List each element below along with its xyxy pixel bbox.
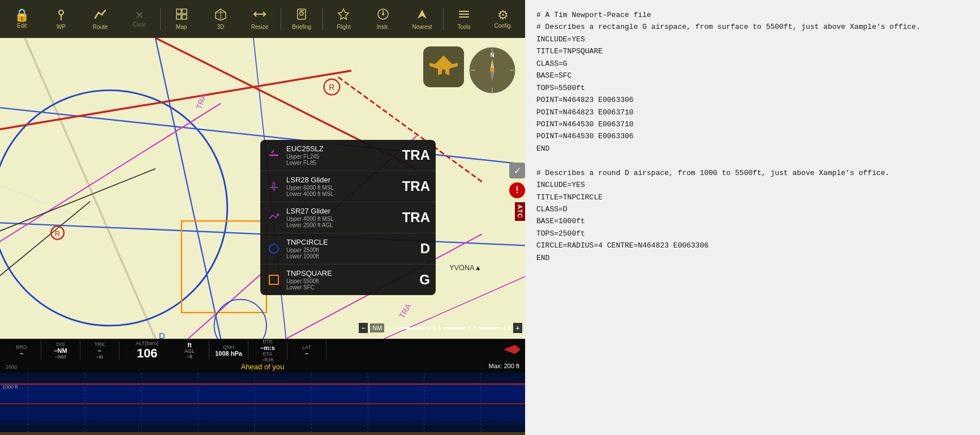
- lsr28-alt: Upper 6000 ft MSL Lower 4000 ft MSL: [286, 185, 399, 197]
- svg-text:1000 ft: 1000 ft: [2, 384, 18, 390]
- lsr27-alt: Upper 4000 ft MSL Lower 2000 ft AGL: [286, 216, 399, 228]
- toolbar-briefing[interactable]: Briefing: [282, 0, 321, 38]
- lsr28-name: LSR28 Glider: [286, 176, 399, 184]
- atc-tab[interactable]: ATC: [515, 202, 525, 221]
- tnpcircle-class: D: [399, 241, 430, 257]
- toolbar-edit[interactable]: 🔒 Edit: [2, 0, 41, 38]
- toolbar-map[interactable]: Map: [162, 0, 201, 38]
- tnpcircle-info: TNPCIRCLE Upper 2500ft Lower 1000ft: [286, 238, 399, 259]
- scale-minus[interactable]: −: [359, 323, 368, 333]
- alt-ft-val: –ft: [187, 354, 192, 360]
- ete-value: –m:s: [260, 344, 275, 351]
- alt-value: 106: [137, 346, 158, 361]
- tnpsquare-alt: Upper 5500ft Lower SFC: [286, 278, 399, 291]
- wp-label: WP: [57, 24, 66, 30]
- toolbar-tools[interactable]: Tools: [445, 0, 484, 38]
- trk-group: TRK – –kt: [83, 342, 117, 360]
- compass-rose[interactable]: N: [468, 46, 517, 95]
- sep-7: [326, 342, 326, 360]
- scale-line: [397, 327, 431, 329]
- toolbar-route[interactable]: Route: [80, 0, 119, 38]
- svg-text:R: R: [55, 230, 60, 238]
- lat-label: LAT: [302, 344, 311, 350]
- resize-icon: [253, 8, 266, 23]
- tools-icon: [458, 8, 470, 23]
- toolbar-clear[interactable]: ✕ Clear: [120, 0, 159, 38]
- briefing-icon: [295, 8, 308, 23]
- separator-1: [160, 8, 161, 31]
- sep-5: [248, 342, 248, 360]
- euc25slz-name: EUC25SLZ: [286, 144, 399, 153]
- lsr28-class: TRA: [399, 178, 430, 194]
- scale-bar: − NM 0,0 0,6 1,2 1,8 +: [359, 323, 522, 333]
- airspace-item-euc25slz[interactable]: EUC25SLZ Upper FL245 Lower FL85 TRA: [260, 140, 436, 171]
- tnpcircle-alt: Upper 2500ft Lower 1000ft: [286, 247, 399, 259]
- euc25slz-class: TRA: [399, 147, 430, 163]
- tnpsquare-icon: [266, 272, 282, 288]
- sep-4: [209, 342, 209, 360]
- airspace-item-lsr27[interactable]: LSR27 Glider Upper 4000 ft MSL Lower 200…: [260, 202, 436, 233]
- separator-2: [281, 8, 281, 31]
- toolbar-config[interactable]: ⚙ Config.: [484, 0, 523, 38]
- text-editor[interactable]: # A Tim Newport-Peace file # Describes a…: [525, 0, 980, 435]
- scale-0: 0,0: [386, 325, 394, 331]
- alt-units-group: ft AGL –ft: [173, 342, 207, 360]
- svg-point-11: [300, 12, 303, 15]
- airspace-item-tnpcircle[interactable]: TNPCIRCLE Upper 2500ft Lower 1000ft D: [260, 233, 436, 265]
- scale-line3: [478, 327, 501, 329]
- airspace-item-lsr28[interactable]: LSR28 Glider Upper 6000 ft MSL Lower 400…: [260, 171, 436, 202]
- qnh-label: QNH: [223, 344, 234, 350]
- profile-header: 2000: [0, 361, 525, 373]
- toolbar-flight[interactable]: Flight: [324, 0, 363, 38]
- flight-label: Flight: [337, 24, 350, 30]
- toolbar-instr[interactable]: Instr.: [363, 0, 402, 38]
- scale-0_6: 0,6: [433, 325, 441, 331]
- scale-1_8: 1,8: [503, 325, 511, 331]
- sep-3: [119, 342, 119, 360]
- warning-arrow: [504, 344, 521, 357]
- svg-text:D: D: [159, 331, 165, 339]
- tnpsquare-info: TNPSQUARE Upper 5500ft Lower SFC: [286, 269, 399, 291]
- scale-line2: [443, 327, 466, 329]
- editor-text[interactable]: # A Tim Newport-Peace file # Describes a…: [536, 9, 969, 264]
- tnpcircle-icon: [266, 241, 282, 257]
- brg-value: –: [20, 350, 23, 357]
- scale-unit: NM: [370, 323, 384, 332]
- toolbar-wp[interactable]: WP: [41, 0, 80, 38]
- toolbar-resize[interactable]: Resize: [240, 0, 279, 38]
- alt-group: ALT(baro) 106: [122, 340, 173, 361]
- lsr27-icon: [266, 210, 282, 225]
- check-icon-button[interactable]: ✓: [509, 163, 525, 178]
- nearest-label: Nearest: [412, 24, 432, 30]
- map-icon: [175, 8, 188, 23]
- lock-icon: 🔒: [14, 9, 29, 22]
- trk-value: –: [98, 347, 101, 354]
- dis-nm: –NM: [54, 347, 67, 354]
- threed-icon: [214, 8, 227, 23]
- dis-nm2: –NM: [55, 354, 66, 360]
- airspace-item-tnpsquare[interactable]: TNPSQUARE Upper 5500ft Lower SFC G: [260, 265, 436, 295]
- qnh-value: 1008 hPa: [215, 350, 242, 357]
- config-icon: ⚙: [497, 9, 509, 22]
- tnpcircle-name: TNPCIRCLE: [286, 238, 399, 246]
- instr-icon: [377, 8, 389, 23]
- tnpsquare-name: TNPSQUARE: [286, 269, 399, 278]
- svg-rect-2: [177, 9, 181, 14]
- scale-plus[interactable]: +: [513, 323, 522, 333]
- toolbar-3d[interactable]: 3D: [201, 0, 240, 38]
- dis-label: DIS: [56, 342, 65, 347]
- scale-1_2: 1,2: [468, 325, 476, 331]
- map-area[interactable]: TRA TRA R R D YVONA▲: [0, 38, 525, 339]
- route-label: Route: [93, 24, 108, 30]
- svg-rect-3: [182, 9, 187, 14]
- alt-baro-label: ALT(baro): [136, 340, 158, 346]
- tnpsquare-class: G: [399, 272, 430, 288]
- svg-marker-16: [418, 10, 427, 19]
- config-label: Config.: [495, 23, 513, 29]
- profile-view: 2000 Ahead of you Max: 200 ft: [0, 361, 525, 435]
- lat-value: –: [305, 350, 308, 357]
- svg-point-56: [491, 69, 493, 71]
- toolbar-nearest[interactable]: Nearest: [402, 0, 441, 38]
- airplane-button[interactable]: [423, 46, 464, 87]
- warning-icon-button[interactable]: !: [509, 182, 525, 198]
